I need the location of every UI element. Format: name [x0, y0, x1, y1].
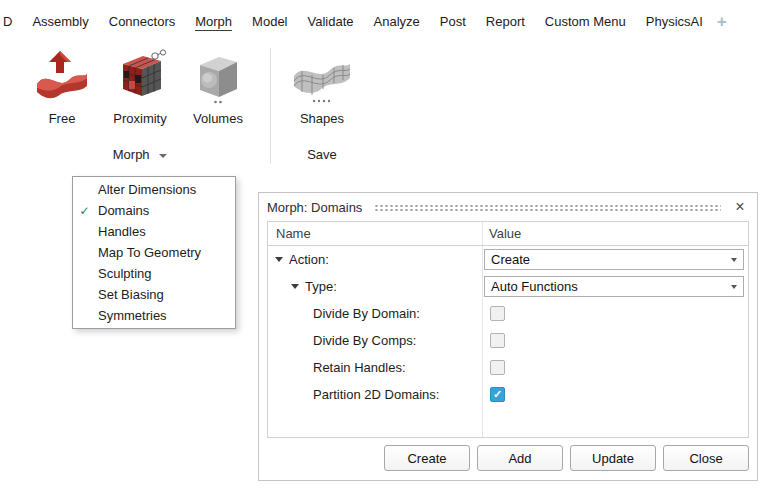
ribbon-group-save: Save [282, 147, 362, 162]
menubar-item-connectors[interactable]: Connectors [99, 14, 185, 29]
menu-item-handles[interactable]: ✓ Handles [73, 221, 235, 242]
menubar-item-d[interactable]: D [0, 14, 22, 29]
menubar-item-report[interactable]: Report [476, 14, 535, 29]
tool-label: Free [49, 111, 76, 126]
ribbon-group-morph-dropdown[interactable]: Morph [22, 147, 258, 162]
dialog-buttons: Create Add Update Close [384, 445, 749, 471]
table-row-action: Action: Create [268, 246, 748, 273]
divide-by-domain-checkbox[interactable]: ✓ [490, 306, 505, 321]
morph-dropdown-menu: ✓ Alter Dimensions ✓ Domains ✓ Handles ✓… [72, 176, 236, 329]
create-button[interactable]: Create [384, 445, 470, 471]
menubar-item-model[interactable]: Model [242, 14, 297, 29]
menubar-item-morph[interactable]: Morph [185, 14, 242, 29]
check-icon: ✓ [73, 205, 96, 217]
table-row-retain-handles: Retain Handles: ✓ [268, 354, 748, 381]
menu-item-symmetries[interactable]: ✓ Symmetries [73, 305, 235, 326]
app-window: D Assembly Connectors Morph Model Valida… [0, 0, 772, 496]
drag-handle[interactable] [374, 204, 721, 211]
tool-shapes[interactable]: Shapes [282, 44, 362, 126]
shapes-icon [290, 44, 354, 110]
type-select[interactable]: Auto Functions [484, 276, 744, 297]
menubar-item-validate[interactable]: Validate [298, 14, 364, 29]
retain-handles-checkbox[interactable]: ✓ [490, 360, 505, 375]
close-icon[interactable]: × [731, 198, 749, 216]
add-button[interactable]: Add [477, 445, 563, 471]
menubar: D Assembly Connectors Morph Model Valida… [0, 8, 772, 34]
table-row-partition-2d-domains: Partition 2D Domains: ✓ [268, 381, 748, 408]
menubar-item-analyze[interactable]: Analyze [364, 14, 430, 29]
expander-icon[interactable] [275, 257, 283, 262]
menubar-item-assembly[interactable]: Assembly [22, 14, 98, 29]
check-icon: ✓ [493, 389, 502, 400]
ribbon-group-separator [270, 48, 271, 164]
column-header-name: Name [268, 226, 482, 241]
morph-domains-dialog: Morph: Domains × Name Value Action: Crea… [258, 192, 758, 481]
expander-icon[interactable] [291, 284, 299, 289]
close-button[interactable]: Close [663, 445, 749, 471]
property-table: Name Value Action: Create Ty [267, 221, 749, 438]
menubar-item-custom-menu[interactable]: Custom Menu [535, 14, 636, 29]
menu-item-sculpting[interactable]: ✓ Sculpting [73, 263, 235, 284]
volumes-icon [189, 44, 247, 110]
tool-label: Shapes [300, 111, 344, 126]
proximity-icon [111, 44, 169, 110]
update-button[interactable]: Update [570, 445, 656, 471]
tool-free-morph[interactable]: Free [22, 44, 102, 126]
menu-item-domains[interactable]: ✓ Domains [73, 200, 235, 221]
tool-label: Proximity [113, 111, 166, 126]
table-header: Name Value [268, 222, 748, 246]
table-row-type: Type: Auto Functions [268, 273, 748, 300]
free-morph-icon [33, 44, 91, 110]
table-row-divide-by-domain: Divide By Domain: ✓ [268, 300, 748, 327]
add-menu-icon[interactable]: + [717, 13, 727, 30]
column-header-value: Value [482, 226, 748, 241]
tool-proximity[interactable]: Proximity [100, 44, 180, 126]
tool-label: Volumes [193, 111, 243, 126]
chevron-down-icon [159, 154, 167, 158]
chevron-down-icon [731, 258, 737, 262]
chevron-down-icon [731, 285, 737, 289]
tool-volumes[interactable]: Volumes [178, 44, 258, 126]
partition-2d-domains-checkbox[interactable]: ✓ [490, 387, 505, 402]
divide-by-comps-checkbox[interactable]: ✓ [490, 333, 505, 348]
action-select[interactable]: Create [484, 249, 744, 270]
dialog-header: Morph: Domains × [259, 193, 757, 221]
menubar-item-physicsai[interactable]: PhysicsAI [636, 14, 713, 29]
table-row-divide-by-comps: Divide By Comps: ✓ [268, 327, 748, 354]
menu-item-set-biasing[interactable]: ✓ Set Biasing [73, 284, 235, 305]
dialog-title: Morph: Domains [267, 200, 362, 215]
menu-item-map-to-geometry[interactable]: ✓ Map To Geometry [73, 242, 235, 263]
menubar-item-post[interactable]: Post [430, 14, 476, 29]
menu-item-alter-dimensions[interactable]: ✓ Alter Dimensions [73, 179, 235, 200]
